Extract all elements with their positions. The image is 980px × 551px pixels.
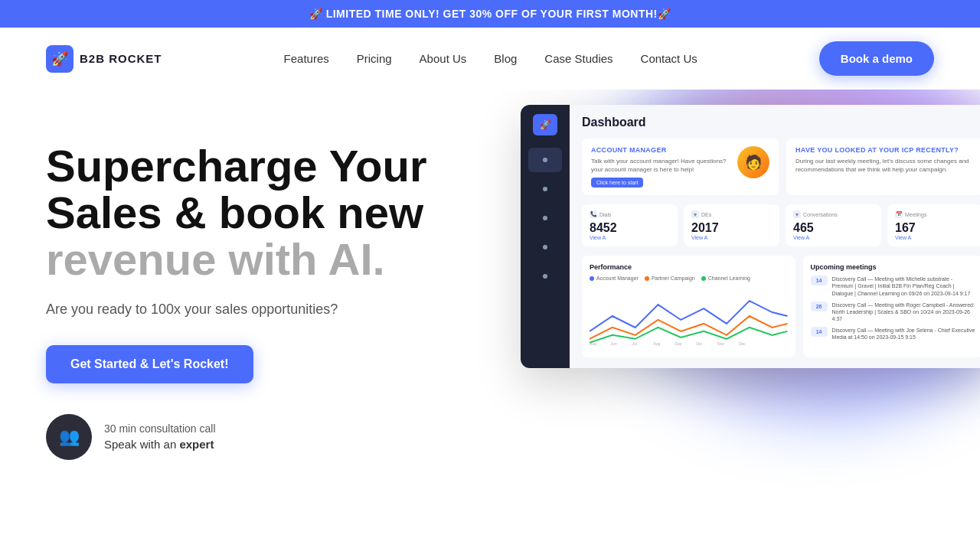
- hero-title-line1: Supercharge Your: [46, 141, 426, 191]
- consultation-text: 30 min consultation call Speak with an e…: [104, 422, 216, 451]
- book-demo-button[interactable]: Book a demo: [819, 41, 934, 76]
- hero-subtitle: Are you ready to 100x your sales opportu…: [46, 302, 426, 318]
- hero-title: Supercharge Your Sales & book new revenu…: [46, 143, 426, 283]
- svg-text:Jul: Jul: [632, 342, 637, 346]
- logo-icon: 🚀: [46, 45, 74, 73]
- svg-text:Nov: Nov: [717, 342, 724, 346]
- nav-item-pricing[interactable]: Pricing: [357, 52, 392, 65]
- chart-legend: Account Manager Partner Campaign Channel…: [590, 276, 788, 281]
- dash-sidebar-item1: [528, 177, 562, 201]
- hero-title-light: revenue with AI.: [46, 234, 385, 284]
- meetings-card: Upcoming meetings 14 Discovery Call — Me…: [803, 256, 980, 357]
- nav-item-case-studies[interactable]: Case Studies: [544, 52, 612, 65]
- dash-sidebar-item2: [528, 206, 562, 230]
- dashboard-cards-row: 🧑 ACCOUNT MANAGER Talk with your account…: [582, 139, 980, 195]
- meetings-title: Upcoming meetings: [811, 263, 975, 271]
- consultation-label: 30 min consultation call: [104, 422, 216, 435]
- stat-meet-value: 167: [895, 221, 975, 235]
- nav-links: Features Pricing About Us Blog Case Stud…: [284, 52, 697, 66]
- nav-item-about[interactable]: About Us: [420, 52, 467, 65]
- dash-sidebar-item4: [528, 264, 562, 289]
- meeting-date-2: 26: [811, 302, 828, 311]
- chart-title: Performance: [590, 263, 788, 271]
- svg-text:Oct: Oct: [696, 342, 702, 346]
- person-illustration: 🧑: [737, 146, 769, 178]
- promo-banner: 🚀 LIMITED TIME ONLY! GET 30% OFF OF YOUR…: [0, 0, 980, 28]
- performance-chart-svg: May Jun Jul Aug Sep Oct Nov Dec: [590, 285, 788, 347]
- logo-text: B2B ROCKET: [80, 52, 162, 65]
- stat-meetings: 📅 Meetings 167 View A: [887, 204, 980, 246]
- consultation-row: 👥 30 min consultation call Speak with an…: [46, 414, 426, 460]
- meeting-text-2: Discovery Call — Meeting with Roger Camp…: [832, 302, 975, 322]
- stat-dials-value: 8452: [590, 221, 670, 235]
- dash-sidebar-item3: [528, 235, 562, 259]
- meeting-text-3: Discovery Call — Meeting with Joe Selena…: [832, 327, 975, 341]
- get-started-button[interactable]: Get Started & Let's Rocket!: [46, 345, 253, 383]
- svg-text:Dec: Dec: [739, 342, 746, 346]
- dashboard-main: Dashboard 🧑 ACCOUNT MANAGER Talk with yo…: [570, 105, 980, 368]
- svg-text:May: May: [590, 342, 597, 346]
- dashboard-sidebar: 🚀: [521, 105, 570, 368]
- dash-sidebar-dashboard: [528, 148, 562, 172]
- consultation-link[interactable]: Speak with an expert: [104, 438, 216, 451]
- meeting-item-2: 26 Discovery Call — Meeting with Roger C…: [811, 302, 975, 322]
- stat-conversations: ▼ Conversations 465 View A: [786, 204, 881, 246]
- legend-green: Channel Learning: [701, 276, 750, 281]
- card2-title: Have you looked at your ICP recently?: [795, 146, 974, 154]
- dashboard-bottom-row: Performance Account Manager Partner Camp…: [582, 256, 980, 357]
- account-manager-card: 🧑 ACCOUNT MANAGER Talk with your account…: [582, 139, 779, 195]
- dashboard-mockup: 🚀 Dashboard: [521, 105, 980, 368]
- svg-text:Jun: Jun: [611, 342, 617, 346]
- stat-dials-link: View A: [590, 235, 670, 240]
- dashboard-title: Dashboard: [582, 116, 980, 129]
- meeting-item-3: 14 Discovery Call — Meeting with Joe Sel…: [811, 327, 975, 341]
- meeting-date-3: 14: [811, 327, 828, 337]
- stat-des-label: ▼ DEs: [691, 210, 772, 218]
- legend-orange: Partner Campaign: [645, 276, 695, 281]
- hero-title-bold: Sales: [46, 187, 162, 237]
- logo-link[interactable]: 🚀 B2B ROCKET: [46, 45, 162, 73]
- hero-title-mid: & book new: [175, 187, 423, 237]
- stat-meet-link: View A: [895, 235, 975, 240]
- stat-conv-value: 465: [793, 221, 874, 235]
- stat-des-link: View A: [691, 235, 772, 240]
- meeting-text-1: Discovery Call — Meeting with Michelle s…: [832, 276, 975, 296]
- stat-conv-label: ▼ Conversations: [793, 210, 874, 218]
- stat-des-value: 2017: [691, 221, 772, 235]
- nav-item-blog[interactable]: Blog: [494, 52, 517, 65]
- dashboard-window: 🚀 Dashboard: [521, 105, 980, 368]
- performance-chart-card: Performance Account Manager Partner Camp…: [582, 256, 795, 357]
- legend-blue: Account Manager: [590, 276, 639, 281]
- svg-text:Sep: Sep: [675, 342, 681, 346]
- hero-section: Supercharge Your Sales & book new revenu…: [0, 90, 980, 551]
- card1-button[interactable]: Click here to start: [591, 178, 643, 187]
- icp-card: Have you looked at your ICP recently? Du…: [786, 139, 980, 195]
- stat-dials-label: 📞 Dials: [590, 210, 670, 218]
- stats-row: 📞 Dials 8452 View A ▼ DEs 2017 View A: [582, 204, 980, 246]
- svg-text:Aug: Aug: [654, 342, 661, 346]
- meeting-date-1: 14: [811, 276, 828, 285]
- card2-text: During our last weekly meeting, let's di…: [795, 157, 974, 174]
- nav-item-contact[interactable]: Contact Us: [641, 52, 697, 65]
- nav-item-features[interactable]: Features: [284, 52, 329, 65]
- banner-text: 🚀 LIMITED TIME ONLY! GET 30% OFF OF YOUR…: [309, 8, 671, 20]
- meeting-item-1: 14 Discovery Call — Meeting with Michell…: [811, 276, 975, 296]
- consultation-avatar: 👥: [46, 414, 92, 460]
- dash-logo: 🚀: [533, 114, 557, 135]
- stat-meet-label: 📅 Meetings: [895, 210, 975, 218]
- hero-content: Supercharge Your Sales & book new revenu…: [46, 120, 426, 460]
- navbar: 🚀 B2B ROCKET Features Pricing About Us B…: [0, 28, 980, 90]
- stat-dials: 📞 Dials 8452 View A: [582, 204, 678, 246]
- consultation-expert-bold: expert: [179, 438, 214, 451]
- stat-des: ▼ DEs 2017 View A: [684, 204, 779, 246]
- stat-conv-link: View A: [793, 235, 874, 240]
